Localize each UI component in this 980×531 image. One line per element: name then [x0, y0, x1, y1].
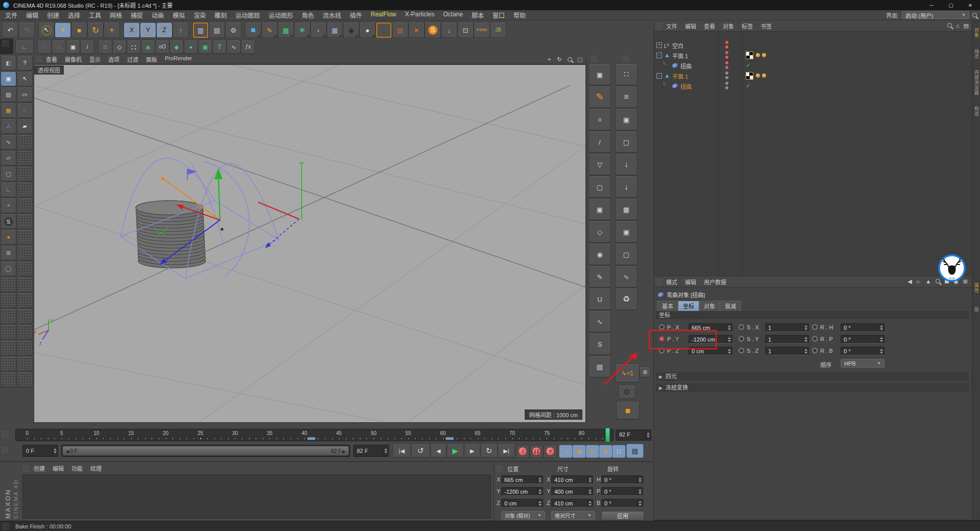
add-subdivision-surface-button[interactable]: ▩	[278, 22, 293, 38]
current-frame-spinner[interactable]: 0 F	[22, 445, 58, 457]
render-visibility-dot[interactable]	[725, 66, 728, 69]
viewport-view-label[interactable]: 透视视图	[34, 65, 64, 75]
spinner-arrows[interactable]	[878, 348, 884, 354]
spinner-arrows[interactable]	[878, 324, 884, 331]
menu-item-4[interactable]: 工具	[89, 11, 101, 19]
menu-item-0[interactable]: 文件	[5, 11, 17, 19]
cluster-green-icon[interactable]: ∗	[141, 40, 155, 54]
viewport-canvas[interactable]: y x z 透视视图 网格间距 : 1000 cm	[34, 64, 586, 423]
input-S.Z[interactable]: 1	[765, 347, 809, 355]
spinner-arrows[interactable]	[537, 500, 542, 506]
viewport-scene-svg[interactable]: y x z	[34, 65, 585, 422]
live-selection-tool[interactable]: ↖	[39, 22, 54, 38]
previous-key-button[interactable]: ↺	[411, 444, 430, 457]
add-cube-object-button[interactable]: ■	[246, 22, 261, 38]
menu-item-7[interactable]: 动画	[152, 11, 164, 19]
matrix-icon[interactable]: ▦	[616, 199, 637, 220]
right-palette-grip-a[interactable]	[591, 55, 597, 62]
apply-button[interactable]: 应用	[601, 511, 644, 520]
editor-visibility-dot[interactable]	[725, 41, 728, 44]
keyframe-radio-S.Z[interactable]	[739, 348, 744, 353]
spinner-arrows[interactable]	[383, 446, 388, 456]
object-label[interactable]: 扭曲	[680, 62, 692, 70]
input-R.H[interactable]: 0 °	[841, 323, 885, 332]
object-row-扭曲[interactable]: └扭曲✓	[654, 81, 972, 91]
timeline-mode-button[interactable]: ▤	[627, 444, 643, 457]
goto-end-button[interactable]: ▶|	[498, 444, 514, 457]
viewport-menu-item-4[interactable]: 过滤	[127, 55, 138, 63]
torus-tool-button[interactable]: ◯	[1, 261, 16, 276]
timeline-playhead[interactable]	[605, 428, 610, 442]
object-manager-menu-item-1[interactable]: 编辑	[685, 22, 696, 30]
lasso-selection-button[interactable]: ◌	[17, 103, 32, 118]
spinner-arrows[interactable]	[537, 488, 542, 495]
mirror-tool-icon[interactable]: ⌗	[589, 109, 610, 130]
timeline-key-marker[interactable]	[446, 437, 454, 440]
tree-expand-toggle[interactable]: -	[656, 53, 662, 58]
input-R.P[interactable]: 0 °	[841, 335, 885, 344]
coord-input-尺寸-X[interactable]: 410 cm	[551, 475, 593, 484]
key-rotation-toggle[interactable]: ↻	[586, 445, 599, 457]
jb-plugin-button[interactable]: JB	[491, 22, 506, 38]
grid-snap-button[interactable]: ⊞	[1, 246, 16, 260]
spinner-arrows[interactable]	[587, 500, 592, 506]
frame-range-handle[interactable]: ◀ 0 F 82 F ▶	[63, 446, 349, 455]
spinner-arrows[interactable]	[537, 476, 542, 483]
input-P.Z[interactable]: 0 cm	[689, 347, 732, 355]
editor-visibility-dot[interactable]	[725, 51, 728, 54]
octane-tools-button[interactable]: S	[1, 214, 16, 229]
rectangle-selection-button[interactable]: ▭	[17, 87, 32, 102]
weld-tool-icon[interactable]: ◉	[589, 244, 610, 265]
gear-button[interactable]: ⚙	[619, 385, 635, 399]
crystal-green-icon[interactable]: ◆	[170, 40, 183, 54]
drop-tool-button[interactable]: ↓	[442, 22, 457, 38]
reset-scale-button[interactable]: ↳=1	[616, 364, 639, 382]
menu-item-1[interactable]: 编辑	[26, 11, 38, 19]
spinner-arrows[interactable]	[587, 488, 592, 495]
enable-check-icon[interactable]: ✓	[746, 62, 751, 69]
render-visibility-dot[interactable]	[725, 45, 728, 49]
scale-tool[interactable]: ■	[71, 22, 87, 38]
menu-item-11[interactable]: 运动跟踪	[235, 11, 260, 19]
polygon-selection-button[interactable]: ▰	[17, 119, 32, 134]
transport-grip[interactable]	[2, 446, 8, 453]
lock-y-axis-toggle[interactable]: Y	[140, 22, 156, 38]
attribute-manager-menu-item-0[interactable]: 模式	[666, 278, 677, 286]
viewport-maximize-icon[interactable]: ▢	[576, 55, 584, 63]
tab-衰减[interactable]: 衰减	[720, 301, 741, 311]
input-P.Y[interactable]: -1200 cm	[689, 335, 732, 344]
coord-input-位置-Y[interactable]: -1200 cm	[501, 487, 543, 496]
loop-button[interactable]: ↻	[481, 444, 497, 457]
menu-item-12[interactable]: 运动图形	[268, 11, 293, 19]
timeline-key-marker[interactable]	[307, 437, 315, 440]
spinner-arrows[interactable]	[637, 476, 642, 483]
keyframe-radio-R.B[interactable]	[812, 348, 818, 353]
cube-gear-icon[interactable]: ▣	[616, 109, 637, 130]
coord-input-尺寸-Z[interactable]: 410 cm	[551, 499, 593, 508]
play-button[interactable]: ▶	[447, 444, 463, 457]
material-list-area[interactable]	[22, 474, 491, 519]
snap-settings-button[interactable]: ⌖	[1, 198, 16, 213]
editor-visibility-dot[interactable]	[725, 61, 728, 64]
material-grip[interactable]	[22, 465, 29, 472]
key-parameter-toggle[interactable]: P	[599, 445, 612, 457]
coord-input-旋转-B[interactable]: 0 °	[601, 499, 643, 508]
prism-tool-icon[interactable]: ◇	[589, 221, 610, 243]
spinner-arrows[interactable]	[803, 348, 808, 354]
material-tag-icon[interactable]	[762, 74, 766, 78]
menu-item-18[interactable]: Octane	[443, 11, 463, 19]
object-row-平面.1[interactable]: -▲平面.1	[654, 50, 972, 60]
menu-item-8[interactable]: 模拟	[173, 11, 185, 19]
object-row-平面.1[interactable]: -▲平面.1	[654, 70, 972, 81]
bake-tool-button[interactable]: ↓	[376, 22, 391, 38]
cube-d-icon[interactable]: ▢	[616, 244, 637, 265]
add-light-button[interactable]: ●	[360, 22, 375, 38]
viewport-menu-item-5[interactable]: 面板	[146, 55, 157, 63]
goto-start-button[interactable]: |◀	[393, 444, 410, 457]
coordinate-system-toggle[interactable]: ↑	[173, 22, 188, 38]
material-menu-item-1[interactable]: 编辑	[53, 464, 64, 472]
render-view-button[interactable]: ▥	[193, 22, 208, 38]
texture-tag-icon[interactable]	[746, 72, 753, 80]
point-edit-icon[interactable]: ∴	[52, 40, 65, 54]
coord-input-位置-X[interactable]: 665 cm	[501, 475, 543, 484]
